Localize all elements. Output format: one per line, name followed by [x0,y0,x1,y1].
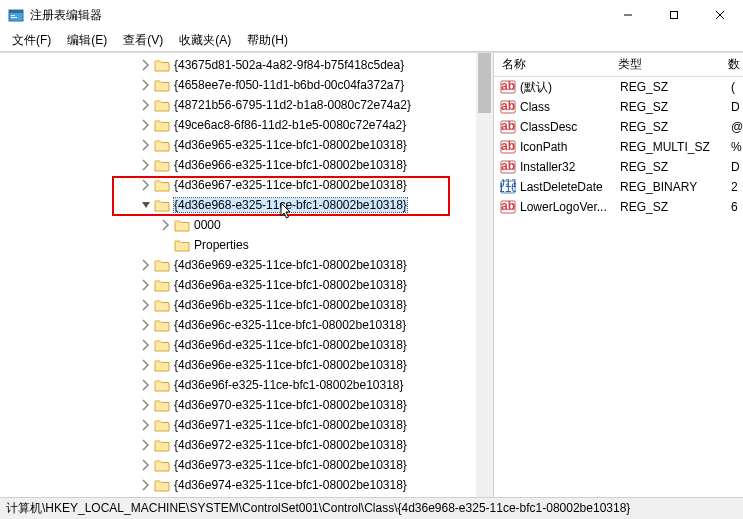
expander-empty [160,239,172,251]
tree-item[interactable]: {4d36e972-e325-11ce-bfc1-08002be10318} [0,435,493,455]
folder-icon [154,258,170,272]
tree-item-label: {4d36e96a-e325-11ce-bfc1-08002be10318} [174,278,407,292]
col-data[interactable]: 数 [720,56,740,73]
chevron-right-icon[interactable] [140,259,152,271]
tree-item[interactable]: {4d36e96c-e325-11ce-bfc1-08002be10318} [0,315,493,335]
tree-item[interactable]: {49ce6ac8-6f86-11d2-b1e5-0080c72e74a2} [0,115,493,135]
menu-help[interactable]: 帮助(H) [239,30,296,51]
registry-tree[interactable]: {43675d81-502a-4a82-9f84-b75f418c5dea}{4… [0,53,493,495]
tree-item-label: {4d36e967-e325-11ce-bfc1-08002be10318} [174,178,407,192]
menu-edit[interactable]: 编辑(E) [59,30,115,51]
tree-item[interactable]: {48721b56-6795-11d2-b1a8-0080c72e74a2} [0,95,493,115]
folder-icon [154,358,170,372]
value-name: LastDeleteDate [520,180,620,194]
value-row[interactable]: ClassDescREG_SZ [494,117,743,137]
tree-item[interactable]: {4d36e966-e325-11ce-bfc1-08002be10318} [0,155,493,175]
scroll-thumb[interactable] [478,53,491,113]
chevron-right-icon[interactable] [140,279,152,291]
chevron-right-icon[interactable] [140,439,152,451]
chevron-right-icon[interactable] [140,139,152,151]
chevron-right-icon[interactable] [160,219,172,231]
tree-item[interactable]: 0000 [0,215,493,235]
tree-item[interactable]: {4d36e973-e325-11ce-bfc1-08002be10318} [0,455,493,475]
tree-item-label: {4d36e96b-e325-11ce-bfc1-08002be10318} [174,298,407,312]
col-name[interactable]: 名称 [494,56,610,73]
folder-icon [154,398,170,412]
tree-item[interactable]: {43675d81-502a-4a82-9f84-b75f418c5dea} [0,55,493,75]
folder-icon [154,58,170,72]
value-row[interactable]: IconPathREG_MULTI_SZ [494,137,743,157]
tree-item[interactable]: {4d36e96b-e325-11ce-bfc1-08002be10318} [0,295,493,315]
menu-view[interactable]: 查看(V) [115,30,171,51]
tree-item[interactable]: Properties [0,235,493,255]
chevron-right-icon[interactable] [140,99,152,111]
tree-item-label: {4d36e973-e325-11ce-bfc1-08002be10318} [174,458,407,472]
tree-item[interactable]: {4d36e967-e325-11ce-bfc1-08002be10318} [0,175,493,195]
tree-item-label: {4d36e970-e325-11ce-bfc1-08002be10318} [174,398,407,412]
folder-icon [154,318,170,332]
tree-item[interactable]: {4658ee7e-f050-11d1-b6bd-00c04fa372a7} [0,75,493,95]
tree-item[interactable]: {4d36e974-e325-11ce-bfc1-08002be10318} [0,475,493,495]
chevron-right-icon[interactable] [140,399,152,411]
tree-item-label: {49ce6ac8-6f86-11d2-b1e5-0080c72e74a2} [174,118,406,132]
value-row[interactable]: (默认)REG_SZ [494,77,743,97]
tree-item-label: {4d36e965-e325-11ce-bfc1-08002be10318} [174,138,407,152]
tree-item-label: {4d36e974-e325-11ce-bfc1-08002be10318} [174,478,407,492]
chevron-right-icon[interactable] [140,479,152,491]
folder-icon [154,478,170,492]
tree-item-label: {4d36e96c-e325-11ce-bfc1-08002be10318} [174,318,406,332]
value-data-truncated: 2 [729,177,743,197]
svg-rect-3 [11,17,17,18]
folder-icon [154,78,170,92]
value-row[interactable]: LowerLogoVer...REG_SZ [494,197,743,217]
tree-item[interactable]: {4d36e968-e325-11ce-bfc1-08002be10318} [0,195,493,215]
tree-item[interactable]: {4d36e971-e325-11ce-bfc1-08002be10318} [0,415,493,435]
chevron-right-icon[interactable] [140,379,152,391]
col-type[interactable]: 类型 [610,56,720,73]
tree-item[interactable]: {4d36e969-e325-11ce-bfc1-08002be10318} [0,255,493,275]
folder-icon [154,298,170,312]
svg-rect-1 [9,10,23,13]
menubar: 文件(F) 编辑(E) 查看(V) 收藏夹(A) 帮助(H) [0,30,743,52]
tree-item[interactable]: {4d36e96a-e325-11ce-bfc1-08002be10318} [0,275,493,295]
string-value-icon [500,139,516,155]
chevron-right-icon[interactable] [140,459,152,471]
chevron-right-icon[interactable] [140,359,152,371]
menu-file[interactable]: 文件(F) [4,30,59,51]
menu-favorites[interactable]: 收藏夹(A) [171,30,239,51]
value-data-truncated: @ [729,117,743,137]
folder-icon [154,138,170,152]
tree-item[interactable]: {4d36e96e-e325-11ce-bfc1-08002be10318} [0,355,493,375]
chevron-right-icon[interactable] [140,339,152,351]
chevron-right-icon[interactable] [140,159,152,171]
maximize-button[interactable] [651,0,697,30]
string-value-icon [500,199,516,215]
value-row[interactable]: Installer32REG_SZ [494,157,743,177]
value-data-truncated: 6 [729,197,743,217]
tree-scrollbar[interactable] [476,53,493,497]
close-button[interactable] [697,0,743,30]
chevron-right-icon[interactable] [140,319,152,331]
value-type: REG_SZ [620,160,668,174]
tree-item-label: {43675d81-502a-4a82-9f84-b75f418c5dea} [174,58,404,72]
content-area: {43675d81-502a-4a82-9f84-b75f418c5dea}{4… [0,52,743,497]
values-list[interactable]: (默认)REG_SZClassREG_SZClassDescREG_SZIcon… [494,77,743,217]
window-controls [605,0,743,30]
tree-item[interactable]: {4d36e96d-e325-11ce-bfc1-08002be10318} [0,335,493,355]
string-value-icon [500,159,516,175]
chevron-right-icon[interactable] [140,419,152,431]
tree-pane: {43675d81-502a-4a82-9f84-b75f418c5dea}{4… [0,53,494,497]
value-row[interactable]: ClassREG_SZ [494,97,743,117]
minimize-button[interactable] [605,0,651,30]
tree-item[interactable]: {4d36e965-e325-11ce-bfc1-08002be10318} [0,135,493,155]
chevron-right-icon[interactable] [140,59,152,71]
chevron-right-icon[interactable] [140,119,152,131]
tree-item[interactable]: {4d36e96f-e325-11ce-bfc1-08002be10318} [0,375,493,395]
chevron-right-icon[interactable] [140,299,152,311]
chevron-down-icon[interactable] [140,199,152,211]
value-data-truncated: D [729,97,743,117]
chevron-right-icon[interactable] [140,179,152,191]
chevron-right-icon[interactable] [140,79,152,91]
tree-item[interactable]: {4d36e970-e325-11ce-bfc1-08002be10318} [0,395,493,415]
value-row[interactable]: LastDeleteDateREG_BINARY [494,177,743,197]
